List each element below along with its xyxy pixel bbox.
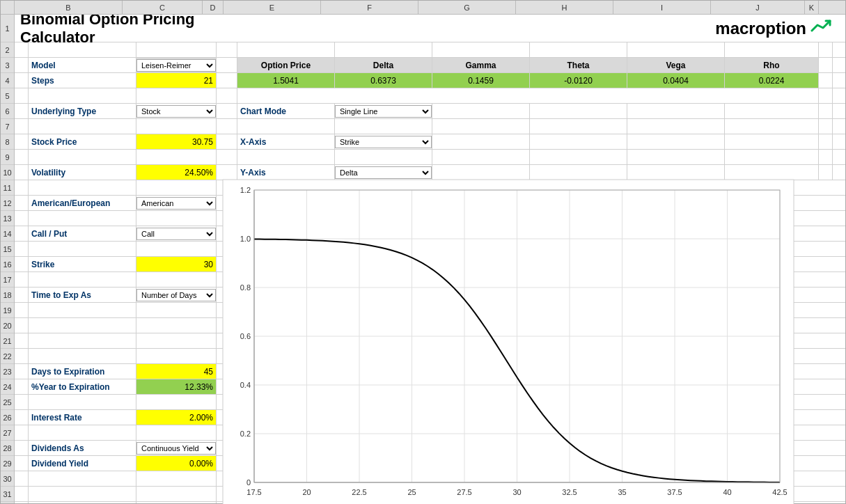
cell-32-right (237, 502, 624, 503)
cell-8k (819, 134, 833, 149)
cell-31k (624, 487, 638, 501)
cell-32d (217, 502, 237, 503)
cell-25k (624, 395, 638, 409)
time-exp-select[interactable]: Number of Days (136, 289, 216, 301)
x-axis-select[interactable]: Strike (335, 136, 432, 148)
row-21 (15, 333, 845, 349)
cell-28c-divs-dd[interactable]: Continuous Yield (136, 441, 217, 455)
cell-8a (15, 134, 29, 149)
cell-10d (217, 165, 237, 180)
title-row: Binomial Option Pricing Calculator macro… (15, 15, 845, 42)
cell-28a (15, 441, 29, 455)
y-axis-select[interactable]: Delta (335, 166, 432, 179)
cell-6c-underlying-dd[interactable]: Stock (136, 104, 217, 118)
cell-11d (217, 180, 237, 195)
row-num-13: 13 (1, 211, 14, 226)
cell-17k (624, 272, 638, 287)
col-header-c: C (123, 1, 203, 14)
row-num-29: 29 (1, 456, 14, 471)
cell-10c-vol-value[interactable]: 24.50% (136, 165, 217, 180)
row-num-32: 32 (1, 502, 14, 503)
cell-14k (624, 226, 638, 241)
col-header-rho: Rho (725, 58, 819, 72)
cell-31a (15, 487, 29, 501)
model-select[interactable]: Leisen-Reimer (136, 59, 216, 72)
row-14: Call / Put Call (15, 226, 845, 242)
col-header-e: E (224, 1, 321, 14)
cell-4c-steps-value[interactable]: 21 (136, 73, 217, 88)
row-num-15: 15 (1, 242, 14, 257)
cell-26a (15, 410, 29, 425)
row-3: Model Leisen-Reimer Option Price Delta G… (15, 58, 845, 73)
row-28: Dividends As Continuous Yield (15, 441, 845, 456)
cell-28-right (237, 441, 624, 455)
cell-8c-stock-value[interactable]: 30.75 (136, 134, 217, 149)
cell-4a (15, 73, 29, 88)
cell-17a (15, 272, 29, 287)
col-header-f: F (321, 1, 418, 14)
cell-29a (15, 456, 29, 471)
cell-30k (624, 471, 638, 486)
cell-17b (29, 272, 136, 287)
cell-8f-xaxis-dd[interactable]: Strike (335, 134, 432, 149)
row-11 (15, 180, 845, 196)
underlying-type-select[interactable]: Stock (136, 105, 216, 118)
row-num-31: 31 (1, 487, 14, 502)
cell-16c-strike-value[interactable]: 30 (136, 257, 217, 271)
cell-16a (15, 257, 29, 271)
cell-29c-divyield-value[interactable]: 0.00% (136, 456, 217, 471)
row-num-9: 9 (1, 150, 14, 165)
cell-21-right (237, 333, 624, 348)
cell-10f-yaxis-dd[interactable]: Delta (335, 165, 432, 180)
cell-23c-daysexp-value[interactable]: 45 (136, 364, 217, 379)
result-delta: 0.6373 (335, 73, 432, 88)
cell-10j (725, 165, 819, 180)
cell-12k (624, 196, 638, 210)
dividends-select[interactable]: Continuous Yield (136, 442, 216, 455)
row-27 (15, 425, 845, 441)
row-num-12: 12 (1, 196, 14, 211)
cell-5k (819, 88, 833, 103)
cell-19-right (237, 303, 624, 317)
cell-3c-model-dd[interactable]: Leisen-Reimer (136, 58, 217, 72)
cell-4k (819, 73, 833, 88)
cell-2e (237, 42, 335, 57)
row-num-20: 20 (1, 318, 14, 333)
cell-24d (217, 379, 237, 394)
cell-7b (29, 119, 136, 134)
row-20 (15, 318, 845, 333)
cell-14c-callput-dd[interactable]: Call (136, 226, 217, 241)
cell-9c (136, 150, 217, 164)
cell-26c-interest-value[interactable]: 2.00% (136, 410, 217, 425)
cell-11b (29, 180, 136, 195)
cell-31-right (237, 487, 624, 501)
cell-5a (15, 88, 29, 103)
chart-mode-select[interactable]: Single Line (335, 105, 432, 118)
cell-6k (819, 104, 833, 118)
cell-7h (530, 119, 627, 134)
american-select[interactable]: American (136, 197, 216, 210)
cell-9e (237, 150, 335, 164)
cell-12c-amer-dd[interactable]: American (136, 196, 217, 210)
row-5 (15, 88, 845, 104)
cell-16b-strike-label: Strike (29, 257, 136, 271)
row-12: American/European American (15, 196, 845, 211)
cell-6f-chart-mode-dd[interactable]: Single Line (335, 104, 432, 118)
cell-26k (624, 410, 638, 425)
row-num-27: 27 (1, 425, 14, 441)
cell-9b (29, 150, 136, 164)
row-26: Interest Rate 2.00% (15, 410, 845, 425)
col-header-a (1, 1, 15, 14)
cell-9a (15, 150, 29, 164)
cell-18b-timeexp-label: Time to Exp As (29, 288, 136, 302)
cell-8g (432, 134, 530, 149)
row-2 (15, 42, 845, 58)
spreadsheet-title: Binomial Option Pricing Calculator (15, 15, 272, 47)
call-put-select[interactable]: Call (136, 228, 216, 240)
cell-30c (136, 471, 217, 486)
cell-16k (624, 257, 638, 271)
cell-18c-timeexp-dd[interactable]: Number of Days (136, 288, 217, 302)
cell-23a (15, 364, 29, 379)
cell-2i (627, 42, 725, 57)
cell-30a (15, 471, 29, 486)
